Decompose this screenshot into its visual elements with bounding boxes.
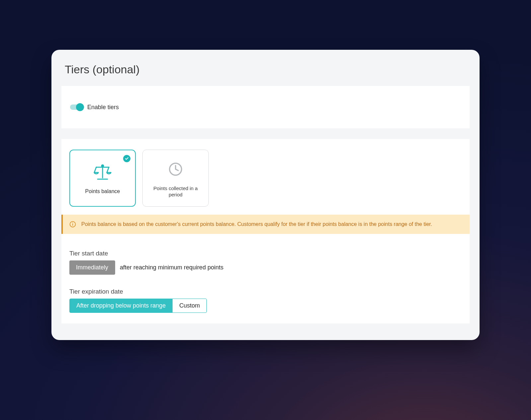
enable-tiers-row: Enable tiers xyxy=(69,103,462,111)
tier-expiration-label: Tier expiration date xyxy=(69,288,462,295)
clock-icon xyxy=(168,159,183,180)
enable-tiers-label: Enable tiers xyxy=(87,104,119,111)
tiers-panel: Tiers (optional) Enable tiers xyxy=(51,50,480,340)
svg-point-7 xyxy=(72,223,73,223)
tier-start-immediately-button[interactable]: Immediately xyxy=(69,260,115,275)
option-label: Points balance xyxy=(85,188,120,195)
tier-start-block: Tier start date Immediately after reachi… xyxy=(69,250,462,275)
info-banner: Points balance is based on the customer'… xyxy=(61,215,470,234)
tier-type-options: Points balance Points collected in a per… xyxy=(69,150,462,207)
toggle-knob xyxy=(76,103,84,111)
tier-start-label: Tier start date xyxy=(69,250,462,257)
tier-start-suffix: after reaching minimum required points xyxy=(120,264,223,271)
tier-expiration-block: Tier expiration date After dropping belo… xyxy=(69,288,462,313)
option-label: Points collected in a period xyxy=(147,185,204,198)
page-title: Tiers (optional) xyxy=(51,63,480,86)
option-points-period[interactable]: Points collected in a period xyxy=(142,150,209,207)
info-banner-text: Points balance is based on the customer'… xyxy=(81,221,432,228)
enable-tiers-toggle[interactable] xyxy=(69,103,84,111)
tier-start-row: Immediately after reaching minimum requi… xyxy=(69,260,462,275)
info-icon xyxy=(69,221,76,228)
scale-icon xyxy=(93,162,112,183)
tier-expiration-segmented: After dropping below points range Custom xyxy=(69,299,207,313)
option-points-balance[interactable]: Points balance xyxy=(69,150,136,207)
expire-custom-button[interactable]: Custom xyxy=(173,299,207,313)
expire-after-drop-button[interactable]: After dropping below points range xyxy=(69,299,173,313)
enable-tiers-card: Enable tiers xyxy=(61,86,470,128)
tiers-config-card: Points balance Points collected in a per… xyxy=(61,139,470,323)
svg-point-3 xyxy=(102,165,104,167)
check-icon xyxy=(123,155,130,162)
